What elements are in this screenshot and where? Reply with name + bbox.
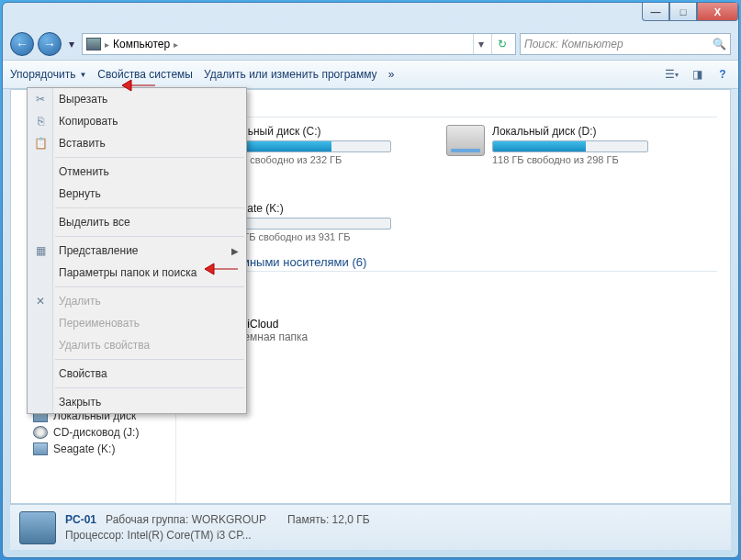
- drive-d-space: 118 ГБ свободно из 298 ГБ: [492, 154, 667, 165]
- help-button[interactable]: ?: [714, 66, 731, 83]
- menu-delete: ✕Удалить: [28, 290, 246, 312]
- cpu-value: Intel(R) Core(TM) i3 CP...: [128, 529, 252, 542]
- breadcrumb-sep: ▸: [174, 39, 178, 50]
- breadcrumb-sep: ▸: [105, 39, 109, 50]
- annotation-arrow-folder-options: [203, 258, 240, 280]
- drive-d-usage-bar: [492, 140, 648, 152]
- menu-select-all[interactable]: Выделить все: [28, 211, 246, 233]
- hdd-icon: [33, 442, 48, 455]
- drive-d[interactable]: Локальный диск (D:) 118 ГБ свободно из 2…: [446, 125, 667, 165]
- scissors-icon: ✂: [33, 92, 48, 106]
- sidebar-item-cd-drive[interactable]: CD-дисковод (J:): [11, 424, 175, 441]
- drive-k-usage-bar: [235, 218, 391, 230]
- menu-close[interactable]: Закрыть: [28, 391, 246, 413]
- status-bar: PC-01 Рабочая группа: WORKGROUP Память: …: [10, 504, 731, 550]
- memory-label: Память:: [287, 513, 329, 526]
- memory-value: 12,0 ГБ: [332, 513, 370, 526]
- group-removable[interactable]: ва со съемными носителями (6): [189, 255, 717, 272]
- annotation-arrow-organize: [120, 74, 157, 96]
- pc-name: PC-01: [65, 513, 96, 526]
- layout-icon: ▦: [33, 243, 48, 258]
- menu-redo[interactable]: Вернуть: [28, 183, 246, 205]
- maximize-button[interactable]: □: [669, 3, 697, 21]
- address-bar-row: ← → ▾ ▸ Компьютер ▸ ▾ ↻ Поиск: Компьютер…: [3, 28, 738, 60]
- sidebar-item-seagate[interactable]: Seagate (K:): [11, 441, 175, 457]
- explorer-window: — □ X ← → ▾ ▸ Компьютер ▸ ▾ ↻ Поиск: Ком…: [2, 2, 739, 558]
- group-hard-disks[interactable]: диски (3): [189, 101, 717, 118]
- address-dropdown[interactable]: ▾: [473, 34, 488, 54]
- refresh-button[interactable]: ↻: [491, 34, 511, 54]
- preview-pane-button[interactable]: ◨: [689, 66, 705, 83]
- drive-c-usage-bar: [235, 140, 391, 152]
- computer-icon: [19, 511, 56, 544]
- breadcrumb-root[interactable]: Компьютер: [113, 38, 170, 50]
- paste-icon: 📋: [33, 136, 48, 151]
- icloud-folder[interactable]: то iCloud стемная папка: [189, 316, 717, 345]
- drive-k-space: 0 ГБ свободно из 931 ГБ: [235, 231, 410, 242]
- hdd-icon: [446, 125, 485, 156]
- drive-c-space: ГБ свободно из 232 ГБ: [235, 154, 410, 165]
- submenu-arrow-icon: ▶: [231, 246, 239, 256]
- address-bar[interactable]: ▸ Компьютер ▸ ▾ ↻: [82, 33, 516, 55]
- nav-history-dropdown[interactable]: ▾: [65, 35, 78, 53]
- menu-remove-props: Удалить свойства: [28, 334, 246, 356]
- cd-icon: [33, 426, 48, 439]
- drive-c-label: альный диск (C:): [235, 125, 410, 138]
- copy-icon: ⎘: [33, 114, 48, 129]
- menu-properties[interactable]: Свойства: [28, 363, 246, 385]
- computer-icon: [86, 38, 101, 50]
- workgroup-value: WORKGROUP: [192, 513, 266, 526]
- menu-rename: Переименовать: [28, 312, 246, 334]
- close-button[interactable]: X: [697, 3, 738, 21]
- toolbar-more[interactable]: »: [388, 68, 395, 81]
- organize-button[interactable]: Упорядочить▼: [10, 68, 86, 81]
- view-options-button[interactable]: ☰▾: [663, 66, 679, 83]
- search-icon: 🔍: [713, 38, 726, 50]
- back-button[interactable]: ←: [10, 32, 34, 56]
- minimize-button[interactable]: —: [642, 3, 669, 21]
- workgroup-label: Рабочая группа:: [106, 513, 188, 526]
- uninstall-button[interactable]: Удалить или изменить программу: [204, 68, 377, 81]
- drive-k-label: agate (K:): [235, 202, 410, 215]
- search-input[interactable]: Поиск: Компьютер 🔍: [520, 33, 731, 55]
- cpu-label: Процессор:: [65, 529, 124, 542]
- drive-d-label: Локальный диск (D:): [492, 125, 667, 138]
- menu-copy[interactable]: ⎘Копировать: [28, 110, 246, 132]
- search-placeholder: Поиск: Компьютер: [524, 38, 623, 50]
- menu-undo[interactable]: Отменить: [28, 161, 246, 183]
- organize-menu: ✂Вырезать ⎘Копировать 📋Вставить Отменить…: [27, 87, 247, 414]
- toolbar: Упорядочить▼ Свойства системы Удалить ил…: [3, 60, 738, 89]
- menu-paste[interactable]: 📋Вставить: [28, 132, 246, 154]
- main-pane: диски (3) альный диск (C:) ГБ свободно и…: [176, 90, 730, 503]
- forward-button[interactable]: →: [38, 32, 62, 56]
- delete-icon: ✕: [33, 294, 48, 308]
- titlebar: — □ X: [3, 3, 738, 28]
